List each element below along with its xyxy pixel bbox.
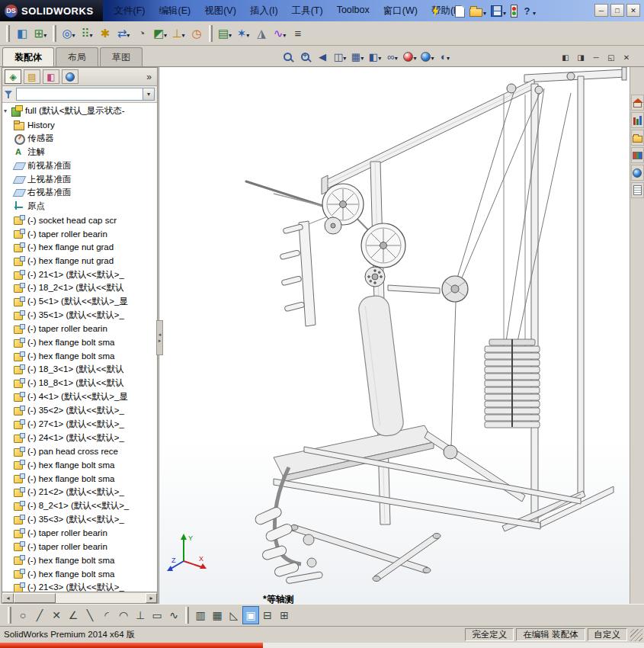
previous-view-button[interactable]: ◀ bbox=[316, 49, 329, 64]
doc-restore-button[interactable]: ◱ bbox=[606, 52, 617, 63]
tree-item[interactable]: (-) taper roller bearin bbox=[4, 526, 157, 540]
menu-file[interactable]: 文件(F) bbox=[107, 2, 152, 20]
sketch-circle-button[interactable]: ○ bbox=[14, 606, 31, 624]
status-custom-selector[interactable]: 自定义 bbox=[588, 628, 628, 641]
appearances-scenes-tab[interactable] bbox=[631, 165, 644, 181]
design-library-tab[interactable] bbox=[631, 112, 644, 128]
edit-component-button[interactable]: ◧ bbox=[13, 24, 31, 43]
resize-grip[interactable] bbox=[630, 629, 642, 641]
trim-entities-button[interactable]: ✕ bbox=[48, 606, 65, 624]
view-settings-button[interactable]: ◐ bbox=[438, 49, 452, 64]
tree-item[interactable]: (-) hex flange bolt sma bbox=[4, 472, 157, 486]
model-3d[interactable] bbox=[159, 67, 630, 604]
graphics-viewport[interactable]: Y X Z *等轴测 bbox=[159, 67, 630, 604]
tree-item[interactable]: (-) hex flange bolt sma bbox=[4, 349, 157, 363]
viewport-two-button[interactable]: ⊟ bbox=[259, 606, 276, 624]
tree-item[interactable]: (-) 24<1> (默认<<默认>_ bbox=[4, 431, 157, 444]
curves-button[interactable]: ∿ bbox=[271, 24, 289, 43]
tab-assembly[interactable]: 装配体 bbox=[2, 47, 54, 66]
menu-view[interactable]: 视图(V) bbox=[197, 2, 243, 20]
spoked-wheels[interactable] bbox=[322, 184, 405, 287]
scroll-right-button[interactable]: ▸ bbox=[146, 593, 157, 603]
pulley-disc[interactable] bbox=[442, 276, 468, 302]
viewport-single-button[interactable]: ▣ bbox=[242, 606, 259, 624]
tree-item[interactable]: (-) 18_2<1> (默认<<默认 bbox=[4, 281, 157, 295]
menu-tools[interactable]: 工具(T) bbox=[285, 2, 330, 20]
tree-item[interactable]: (-) pan head cross rece bbox=[4, 444, 157, 458]
tree-item[interactable]: (-) 21<1> (默认<<默认>_ bbox=[4, 268, 157, 281]
insert-components-button[interactable]: ⊞ bbox=[31, 24, 50, 43]
edit-appearance-button[interactable] bbox=[403, 49, 417, 64]
viewport-four-button[interactable]: ⊞ bbox=[276, 606, 293, 624]
custom-properties-tab[interactable] bbox=[631, 182, 644, 198]
menu-toolbox[interactable]: Toolbox bbox=[330, 2, 376, 20]
tree-item[interactable]: (-) 27<1> (默认<<默认>_ bbox=[4, 417, 157, 431]
tree-item[interactable]: (-) 35<2> (默认<<默认>_ bbox=[4, 404, 157, 418]
tree-item[interactable]: (-) 4<1> (默认<<默认>_显 bbox=[4, 390, 157, 404]
centerline-button[interactable]: ╲ bbox=[82, 606, 98, 624]
configurationmanager-tab[interactable]: ◧ bbox=[43, 69, 59, 84]
open-document-button[interactable] bbox=[469, 4, 487, 19]
centerpoint-arc-button[interactable]: ◜ bbox=[98, 606, 115, 624]
tree-item[interactable]: (-) 18_8<1> (默认<<默认 bbox=[4, 377, 157, 390]
spline-button[interactable]: ∿ bbox=[165, 606, 182, 624]
doc-close-button[interactable]: ✕ bbox=[621, 52, 632, 63]
toolbar-grip[interactable] bbox=[185, 607, 189, 624]
tree-item[interactable]: 原点 bbox=[4, 200, 157, 213]
tab-layout[interactable]: 布局 bbox=[56, 47, 98, 66]
file-explorer-tab[interactable] bbox=[631, 130, 644, 146]
menu-insert[interactable]: 插入(I) bbox=[243, 2, 285, 20]
apply-scene-button[interactable] bbox=[421, 49, 434, 64]
back-pad[interactable] bbox=[357, 294, 405, 438]
reference-geometry-button[interactable]: ⊥ bbox=[169, 24, 187, 43]
toolbar-grip[interactable] bbox=[8, 607, 11, 624]
panel-splitter[interactable] bbox=[156, 320, 163, 355]
expander-icon[interactable] bbox=[4, 107, 11, 114]
tree-item[interactable]: 传感器 bbox=[4, 132, 157, 146]
assembly-features-button[interactable]: ◩ bbox=[151, 24, 169, 43]
zoom-to-fit-button[interactable] bbox=[280, 49, 294, 64]
featuremanager-tab[interactable]: ◈ bbox=[5, 69, 21, 84]
view-orientation-button[interactable]: ▦ bbox=[351, 49, 364, 64]
sketch-fillet-button[interactable]: ∠ bbox=[65, 606, 82, 624]
tree-filter-input[interactable] bbox=[17, 88, 143, 100]
filter-dropdown-button[interactable]: ▾ bbox=[143, 88, 154, 100]
tree-item[interactable]: (-) hex flange bolt sma bbox=[4, 335, 157, 349]
tree-item[interactable]: 右视基准面 bbox=[4, 186, 157, 200]
toolbar-grip[interactable] bbox=[53, 25, 56, 42]
tree-item[interactable]: History bbox=[4, 118, 157, 132]
tree-item[interactable]: 上视基准面 bbox=[4, 172, 157, 186]
menu-window[interactable]: 窗口(W) bbox=[376, 2, 425, 20]
pane-right-button[interactable]: ◨ bbox=[575, 52, 586, 63]
panel-overflow-chevron[interactable]: » bbox=[143, 72, 155, 82]
toolbar-grip[interactable] bbox=[6, 25, 10, 42]
base-pulley[interactable] bbox=[444, 445, 457, 459]
exploded-view-button[interactable]: ✶ bbox=[234, 24, 252, 43]
sketch-line-button[interactable]: ╱ bbox=[31, 606, 48, 624]
tree-item[interactable]: (-) 21<3> (默认<<默认>_ bbox=[4, 581, 157, 592]
update-holders-button[interactable]: ≡ bbox=[289, 24, 307, 43]
zoom-to-area-button[interactable] bbox=[298, 49, 312, 64]
tree-item[interactable]: (-) hex flange nut grad bbox=[4, 240, 157, 254]
tree-item[interactable]: (-) 8_2<1> (默认<<默认>_ bbox=[4, 499, 157, 512]
pane-left-button[interactable]: ◧ bbox=[560, 52, 571, 63]
move-component-button[interactable]: ⇄ bbox=[114, 24, 133, 43]
tree-horizontal-scrollbar[interactable]: ◂ ▸ bbox=[2, 592, 157, 603]
view-palette-tab[interactable] bbox=[631, 147, 644, 163]
tree-item[interactable]: (-) taper roller bearin bbox=[4, 322, 157, 336]
tree-item[interactable]: (-) 35<3> (默认<<默认>_ bbox=[4, 512, 157, 526]
mate-button[interactable]: ◎ bbox=[59, 24, 78, 43]
save-button[interactable] bbox=[490, 4, 507, 19]
hide-show-items-button[interactable]: ∞ bbox=[386, 49, 399, 64]
new-document-button[interactable] bbox=[454, 5, 466, 18]
toolbar-grip[interactable] bbox=[209, 25, 213, 42]
tree-item[interactable]: (-) 18_3<1> (默认<<默认 bbox=[4, 363, 157, 377]
tree-item[interactable]: (-) hex flange bolt sma bbox=[4, 458, 157, 472]
menu-edit[interactable]: 编辑(E) bbox=[152, 2, 198, 20]
propertymanager-tab[interactable]: ▤ bbox=[24, 69, 40, 84]
tree-item[interactable]: (-) taper roller bearin bbox=[4, 540, 157, 553]
display-style-button[interactable]: ◧ bbox=[368, 49, 382, 64]
solidworks-resources-tab[interactable] bbox=[631, 95, 644, 111]
linear-component-pattern-button[interactable]: ⠿ bbox=[78, 24, 96, 43]
rebuild-button[interactable] bbox=[510, 4, 518, 18]
